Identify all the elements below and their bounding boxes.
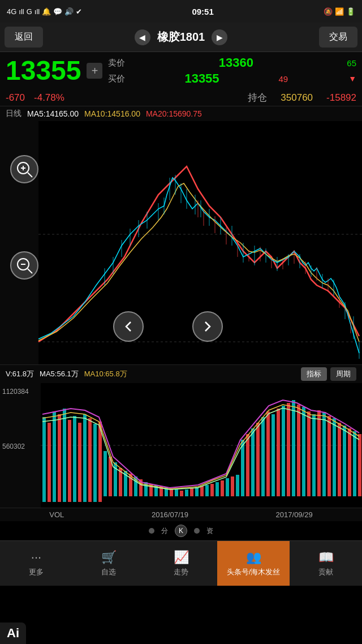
bid-price: 13355 xyxy=(184,71,219,86)
dropdown-icon: ▼ xyxy=(348,74,356,83)
svg-rect-96 xyxy=(236,475,239,496)
bid-change: 49 xyxy=(279,74,288,84)
prev-contract-button[interactable]: ◀ xyxy=(135,29,150,45)
zoom-out-button[interactable] xyxy=(10,251,38,280)
status-time: 09:51 xyxy=(192,7,213,16)
chart-nav-right-button[interactable] xyxy=(192,311,223,342)
svg-rect-101 xyxy=(261,417,265,496)
dot-zi[interactable] xyxy=(194,528,200,534)
svg-rect-90 xyxy=(205,485,209,496)
svg-rect-107 xyxy=(292,400,295,496)
svg-rect-63 xyxy=(68,420,71,502)
date-axis: VOL 2016/07/19 2017/09/29 xyxy=(0,508,362,521)
svg-rect-118 xyxy=(348,428,351,496)
holding-val: 350760 xyxy=(281,92,313,104)
tab-trend[interactable]: 📈 走势 xyxy=(145,541,217,586)
tab-watchlist[interactable]: 🛒 自选 xyxy=(72,541,145,586)
status-left: 4G ıll G ıll 🔔 💬 🔊 ✔ xyxy=(7,7,82,16)
svg-rect-67 xyxy=(88,418,92,502)
tab-read[interactable]: 📖 贡献 xyxy=(290,541,362,586)
holding-label: 持仓 xyxy=(248,91,267,104)
vol-axis-label: VOL xyxy=(49,510,64,519)
svg-rect-66 xyxy=(83,414,87,502)
svg-rect-116 xyxy=(338,423,341,496)
svg-line-51 xyxy=(28,173,32,177)
svg-rect-100 xyxy=(256,423,260,496)
status-bar: 4G ıll G ıll 🔔 💬 🔊 ✔ 09:51 🔕 📶 🔋 xyxy=(0,0,362,23)
next-contract-button[interactable]: ▶ xyxy=(212,29,227,45)
vol-btn-area: 指标 周期 xyxy=(301,367,356,381)
zoom-in-button[interactable] xyxy=(10,155,38,183)
bell-icon: 🔔 xyxy=(42,7,51,16)
more-icon: ··· xyxy=(31,550,41,565)
dot-k-label: K xyxy=(179,527,183,535)
svg-rect-88 xyxy=(195,487,199,496)
svg-rect-105 xyxy=(282,406,285,496)
status-right: 🔕 📶 🔋 xyxy=(324,7,355,16)
change-abs: -670 xyxy=(6,92,25,104)
top-nav: 返回 ◀ 橡胶1801 ▶ 交易 xyxy=(0,23,362,52)
indicator-button[interactable]: 指标 xyxy=(301,367,327,381)
trade-button[interactable]: 交易 xyxy=(319,27,357,48)
svg-rect-93 xyxy=(221,480,224,496)
svg-rect-64 xyxy=(73,416,76,502)
tab-trend-label: 走势 xyxy=(174,567,188,577)
svg-rect-106 xyxy=(287,403,290,496)
tab-more[interactable]: ··· 更多 xyxy=(0,541,72,586)
vol-chart-svg xyxy=(0,383,362,508)
svg-rect-69 xyxy=(98,422,102,502)
vol-ma10: MA10:65.8万 xyxy=(84,369,127,379)
svg-rect-119 xyxy=(353,431,356,496)
main-chart-svg xyxy=(0,121,362,364)
chart-nav-left-button[interactable] xyxy=(113,311,144,342)
back-button[interactable]: 返回 xyxy=(5,27,43,48)
active-icon: 👥 xyxy=(246,550,261,565)
svg-rect-0 xyxy=(0,121,362,364)
battery-icon: 🔋 xyxy=(346,7,355,16)
wifi-icon: 📶 xyxy=(335,7,344,16)
watchlist-icon: 🛒 xyxy=(101,550,117,565)
svg-rect-97 xyxy=(241,440,244,496)
ask-price: 13360 xyxy=(219,55,253,70)
ask-label: 卖价 xyxy=(108,58,125,68)
bid-label: 买价 xyxy=(108,74,125,84)
tab-active[interactable]: 👥 头条号/海木发丝 xyxy=(217,541,290,586)
vol-chart-container: 1120384 560302 xyxy=(0,383,362,508)
tab-watchlist-label: 自选 xyxy=(101,567,116,577)
dot-fen[interactable] xyxy=(149,528,154,534)
contract-title: 橡胶1801 xyxy=(157,29,205,45)
period-button[interactable]: 周期 xyxy=(330,367,356,381)
ask-row: 卖价 13360 65 xyxy=(108,55,356,70)
network-icon: 4G xyxy=(7,7,16,16)
svg-rect-65 xyxy=(78,423,81,502)
add-button[interactable]: + xyxy=(87,63,102,79)
vol-y-top: 1120384 xyxy=(2,388,29,396)
trend-icon: 📈 xyxy=(174,550,189,565)
g-network: G xyxy=(27,7,32,16)
svg-rect-84 xyxy=(175,490,178,496)
svg-rect-62 xyxy=(63,409,66,502)
period-label: 日线 xyxy=(6,109,21,119)
ai-label: Ai xyxy=(0,622,26,644)
dot-k[interactable]: K xyxy=(175,525,187,537)
svg-rect-117 xyxy=(343,426,346,496)
svg-rect-111 xyxy=(312,414,316,496)
change-pct: -4.78% xyxy=(34,92,64,104)
signal2-icon: ıll xyxy=(35,7,40,16)
check-icon: ✔ xyxy=(76,7,82,16)
tab-more-label: 更多 xyxy=(29,567,44,577)
tab-read-label: 贡献 xyxy=(318,567,333,577)
date-left: 2016/07/19 xyxy=(152,510,188,519)
bottom-tabs: ··· 更多 🛒 自选 📈 走势 👥 头条号/海木发丝 📖 贡献 xyxy=(0,540,362,586)
read-icon: 📖 xyxy=(318,550,334,565)
svg-rect-95 xyxy=(231,476,234,496)
holding-chg: -15892 xyxy=(326,92,356,104)
price-detail-grid: 卖价 13360 65 买价 13355 49 ▼ xyxy=(108,55,356,86)
svg-rect-113 xyxy=(322,413,326,496)
svg-rect-91 xyxy=(210,484,214,496)
chat-icon: 💬 xyxy=(53,7,62,16)
svg-rect-112 xyxy=(317,410,321,496)
svg-rect-104 xyxy=(277,409,280,496)
dot-fen-label: 分 xyxy=(161,526,168,536)
price-row: 13355 + 卖价 13360 65 买价 13355 49 ▼ xyxy=(0,52,362,89)
